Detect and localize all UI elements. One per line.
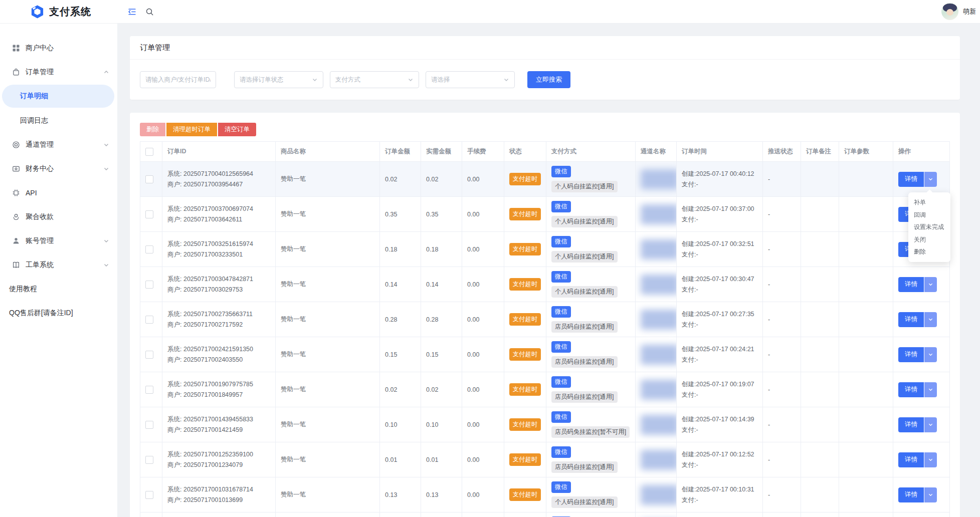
select-order-status[interactable]: 请选择订单状态 xyxy=(234,71,323,88)
chevron-down-icon xyxy=(408,77,414,83)
sidebar-item-channel-management[interactable]: 通道管理 xyxy=(0,133,117,157)
row-checkbox[interactable] xyxy=(145,175,153,183)
sidebar-item-ticket-system[interactable]: 工单系统 xyxy=(0,253,117,277)
order-system-id: 系统: 20250717001252359100 xyxy=(167,449,270,460)
chevron-down-icon[interactable] xyxy=(924,487,937,502)
sidebar-item-api[interactable]: API xyxy=(0,181,117,205)
channel-name-redacted xyxy=(641,380,677,400)
order-params xyxy=(839,372,893,407)
actual-amount: 0.02 xyxy=(421,372,462,407)
avatar[interactable] xyxy=(941,3,958,20)
row-checkbox[interactable] xyxy=(145,386,153,394)
detail-button[interactable]: 详情 xyxy=(898,277,937,292)
chevron-down-icon[interactable] xyxy=(924,312,937,327)
account-management-icon xyxy=(12,237,20,245)
product-name: 赞助一笔 xyxy=(276,512,380,517)
detail-button[interactable]: 详情 xyxy=(898,312,937,327)
created-time: 创建:2025-07-17 00:14:39 xyxy=(682,414,757,425)
menu-item-delete[interactable]: 删除 xyxy=(908,245,950,258)
chevron-down-icon[interactable] xyxy=(924,417,937,432)
order-params xyxy=(839,337,893,372)
actual-amount: 0.02 xyxy=(421,512,462,517)
created-time: 创建:2025-07-17 00:10:31 xyxy=(682,484,757,495)
order-remark xyxy=(801,197,839,232)
detail-button[interactable]: 详情 xyxy=(898,172,937,187)
detail-button[interactable]: 详情 xyxy=(898,487,937,502)
pay-method-chip: 个人码自挂监控[通用] xyxy=(551,286,618,298)
menu-item-callback[interactable]: 回调 xyxy=(908,209,950,221)
order-merchant-id: 商户: 20250717001849957 xyxy=(167,390,270,400)
col-fee: 手续费 xyxy=(462,142,504,162)
col-pay-method: 支付方式 xyxy=(546,142,636,162)
search-icon[interactable] xyxy=(145,8,154,16)
sidebar-item-tutorial[interactable]: 使用教程 xyxy=(0,277,117,301)
collapse-sidebar-icon[interactable] xyxy=(127,7,137,17)
pay-type-badge: 微信 xyxy=(551,411,571,423)
orders-table: 订单ID 商品名称 订单金额 实需金额 手续费 状态 支付方式 通道名称 订单时… xyxy=(140,141,950,517)
paid-time: 支付:- xyxy=(682,320,757,330)
detail-button[interactable]: 详情 xyxy=(898,417,937,432)
chevron-down-icon[interactable] xyxy=(924,452,937,467)
menu-item-set-incomplete[interactable]: 设置未完成 xyxy=(908,221,950,233)
order-remark xyxy=(801,407,839,442)
detail-button[interactable]: 详情 xyxy=(898,452,937,467)
row-checkbox[interactable] xyxy=(145,210,153,218)
push-status: - xyxy=(763,337,801,372)
sidebar-item-account-management[interactable]: 账号管理 xyxy=(0,229,117,253)
menu-item-supplement-order[interactable]: 补单 xyxy=(908,196,950,209)
menu-item-close[interactable]: 关闭 xyxy=(908,233,950,246)
clear-timeout-orders-button[interactable]: 清理超时订单 xyxy=(166,123,217,136)
table-row: 系统: 20250717001439455833 商户: 20250717001… xyxy=(140,407,950,442)
select-generic[interactable]: 请选择 xyxy=(426,71,515,88)
order-params xyxy=(839,197,893,232)
order-params xyxy=(839,267,893,302)
actual-amount: 0.35 xyxy=(421,197,462,232)
row-checkbox[interactable] xyxy=(145,245,153,253)
row-checkbox[interactable] xyxy=(145,351,153,359)
sidebar-item-order-detail[interactable]: 订单明细 xyxy=(2,85,114,108)
order-merchant-id: 商户: 20250717001013699 xyxy=(167,495,270,505)
sidebar-item-callback-log[interactable]: 回调日志 xyxy=(0,108,117,133)
fee: 0.00 xyxy=(462,302,504,337)
chevron-down-icon[interactable] xyxy=(924,172,937,187)
order-merchant-id: 商户: 20250717002717592 xyxy=(167,320,270,330)
product-name: 赞助一笔 xyxy=(276,232,380,267)
detail-button[interactable]: 详情 xyxy=(898,382,937,397)
sidebar-item-aggregate-collection[interactable]: 聚合收款 xyxy=(0,205,117,229)
row-checkbox[interactable] xyxy=(145,316,153,324)
clear-all-orders-button[interactable]: 清空订单 xyxy=(218,123,256,136)
sidebar-item-qq-group[interactable]: QQ售后群[请备注ID] xyxy=(0,301,117,325)
row-checkbox[interactable] xyxy=(145,421,153,429)
finance-center-icon xyxy=(12,165,20,173)
select-all-checkbox[interactable] xyxy=(145,148,153,156)
pay-method-chip: 店员码自挂监控[通用] xyxy=(551,321,618,333)
user-menu[interactable]: 萌新 xyxy=(941,3,980,20)
status-badge: 支付超时 xyxy=(509,313,541,326)
product-name: 赞助一笔 xyxy=(276,267,380,302)
bulk-toolbar: 删除 清理超时订单 清空订单 xyxy=(140,123,950,136)
chevron-down-icon[interactable] xyxy=(924,382,937,397)
created-time: 创建:2025-07-17 00:37:00 xyxy=(682,204,757,214)
channel-name-redacted xyxy=(641,310,677,330)
sidebar-item-merchant-center[interactable]: 商户中心 xyxy=(0,36,117,60)
delete-button[interactable]: 删除 xyxy=(140,123,165,136)
order-management-icon xyxy=(12,68,20,76)
row-checkbox[interactable] xyxy=(145,491,153,499)
row-checkbox[interactable] xyxy=(145,281,153,289)
detail-button[interactable]: 详情 xyxy=(898,347,937,362)
order-system-id: 系统: 20250717003251615974 xyxy=(167,239,270,249)
sidebar-item-finance-center[interactable]: 财务中心 xyxy=(0,157,117,181)
search-button[interactable]: 立即搜索 xyxy=(527,71,570,88)
chevron-down-icon[interactable] xyxy=(924,347,937,362)
search-input[interactable] xyxy=(140,71,216,88)
sidebar-item-order-management[interactable]: 订单管理 xyxy=(0,60,117,84)
select-pay-method[interactable]: 支付方式 xyxy=(330,71,419,88)
product-name: 赞助一笔 xyxy=(276,197,380,232)
status-badge: 支付超时 xyxy=(509,278,541,291)
row-checkbox[interactable] xyxy=(145,456,153,464)
order-remark xyxy=(801,162,839,197)
push-status: - xyxy=(763,232,801,267)
chevron-down-icon[interactable] xyxy=(924,277,937,292)
table-row: 系统: 20250717000748953500 商户: 20250717000… xyxy=(140,512,950,517)
push-status: - xyxy=(763,512,801,517)
